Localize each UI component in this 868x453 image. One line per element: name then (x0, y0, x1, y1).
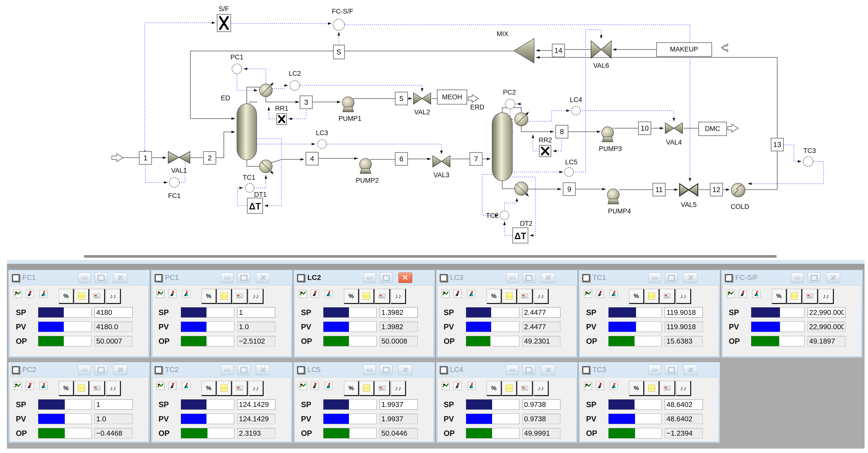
multiplier-RR2-block[interactable] (539, 145, 551, 157)
maximize-button[interactable] (380, 273, 393, 283)
sp-bar[interactable] (181, 307, 234, 318)
tune-chart-button[interactable] (517, 381, 533, 396)
auto-mode-icon[interactable] (467, 382, 475, 390)
note-button[interactable] (502, 381, 517, 396)
controller-PC2-icon[interactable] (505, 99, 515, 109)
mixer-MIX-icon[interactable] (514, 38, 534, 63)
alarm-sound-button[interactable]: ♪♪ (676, 289, 691, 304)
sp-value-input[interactable] (522, 399, 560, 410)
sp-bar[interactable] (38, 399, 92, 410)
tune-chart-button[interactable] (232, 381, 248, 396)
close-button[interactable]: ✕ (256, 273, 270, 283)
percent-range-button[interactable]: % (202, 381, 217, 396)
controller-TC1-icon[interactable] (245, 183, 254, 192)
deltaT-DT1-block[interactable]: ΔT (247, 198, 262, 214)
sp-value-input[interactable] (665, 307, 703, 318)
condenser-ED-icon[interactable] (259, 83, 274, 97)
manual-mode-icon[interactable] (168, 382, 176, 390)
maximize-button[interactable] (665, 365, 678, 375)
splitter-bar[interactable] (84, 255, 776, 258)
tune-chart-button[interactable] (803, 289, 818, 304)
deltaT-DT2-block[interactable]: ΔT (513, 228, 528, 243)
sp-value-input[interactable] (665, 399, 703, 410)
faceplate-titlebar[interactable]: PC1 ✕ (151, 270, 292, 285)
minimize-button[interactable] (363, 365, 376, 375)
valve-VAL1-icon[interactable] (168, 151, 190, 163)
faceplate-titlebar[interactable]: LC4 ✕ (436, 362, 578, 377)
maximize-button[interactable] (523, 273, 535, 283)
reboiler-ERD-icon[interactable] (515, 182, 529, 196)
manual-mode-icon[interactable] (311, 382, 319, 390)
auto-mode-icon[interactable] (182, 382, 190, 390)
column-ED[interactable] (237, 104, 257, 160)
stream-box-6[interactable]: 6 (395, 152, 407, 165)
note-button[interactable] (645, 381, 659, 396)
close-button[interactable]: ✕ (541, 365, 555, 375)
percent-range-button[interactable]: % (629, 289, 644, 304)
alarm-sound-button[interactable]: ♪♪ (106, 289, 121, 304)
reboiler-ED-icon[interactable] (259, 160, 274, 174)
multiplier-RR1-block[interactable] (277, 114, 287, 124)
faceplate-titlebar[interactable]: TC3 ✕ (579, 362, 720, 377)
auto-mode-icon[interactable] (752, 290, 761, 298)
percent-range-button[interactable]: % (487, 381, 502, 396)
close-button[interactable]: ✕ (113, 273, 127, 283)
maximize-button[interactable] (665, 273, 678, 283)
faceplate-titlebar[interactable]: TC1 ✕ (579, 270, 720, 285)
trend-plot-icon[interactable] (299, 382, 307, 390)
manual-mode-icon[interactable] (596, 290, 604, 298)
manual-mode-icon[interactable] (311, 290, 319, 298)
manual-mode-icon[interactable] (454, 382, 461, 390)
manual-mode-icon[interactable] (168, 290, 176, 298)
sp-bar[interactable] (608, 307, 662, 318)
stream-box-1[interactable]: 1 (139, 151, 152, 164)
alarm-sound-button[interactable]: ♪♪ (676, 381, 691, 396)
sp-bar[interactable] (323, 399, 377, 410)
sp-value-input[interactable] (237, 399, 275, 410)
auto-mode-icon[interactable] (325, 290, 333, 298)
minimize-button[interactable] (221, 273, 234, 283)
trend-plot-icon[interactable] (157, 382, 164, 390)
column-ERD[interactable] (492, 113, 513, 181)
close-button[interactable]: ✕ (113, 365, 127, 375)
stream-box-2[interactable]: 2 (204, 151, 216, 164)
note-button[interactable] (359, 381, 374, 396)
tune-chart-button[interactable] (232, 289, 248, 304)
percent-range-button[interactable]: % (629, 381, 644, 396)
pump-PUMP3-icon[interactable] (602, 127, 614, 142)
product-box-DMC[interactable]: DMC (699, 122, 738, 136)
percent-range-button[interactable]: % (487, 289, 502, 304)
note-button[interactable] (74, 289, 89, 304)
sp-value-input[interactable] (380, 399, 418, 410)
alarm-sound-button[interactable]: ♪♪ (249, 381, 264, 396)
controller-FC1-icon[interactable] (169, 177, 179, 188)
stream-box-13[interactable]: 13 (771, 138, 783, 151)
minimize-button[interactable] (791, 273, 804, 283)
sp-value-input[interactable] (807, 307, 845, 318)
maximize-button[interactable] (95, 365, 107, 375)
manual-mode-icon[interactable] (454, 290, 461, 298)
note-button[interactable] (502, 289, 517, 304)
feed-box-MAKEUP[interactable]: MAKEUP (657, 43, 728, 56)
tune-chart-button[interactable] (375, 289, 390, 304)
close-button[interactable]: ✕ (684, 273, 698, 283)
trend-plot-icon[interactable] (157, 290, 164, 298)
condenser-ERD-icon[interactable] (515, 112, 529, 126)
maximize-button[interactable] (238, 273, 250, 283)
sp-bar[interactable] (751, 307, 804, 318)
trend-plot-icon[interactable] (442, 290, 450, 298)
stream-box-8[interactable]: 8 (556, 125, 568, 138)
stream-box-4[interactable]: 4 (306, 152, 318, 165)
auto-mode-icon[interactable] (610, 290, 618, 298)
stream-box-11[interactable]: 11 (653, 183, 665, 196)
maximize-button[interactable] (523, 365, 535, 375)
percent-range-button[interactable]: % (59, 289, 74, 304)
sp-value-input[interactable] (94, 307, 132, 318)
auto-mode-icon[interactable] (325, 382, 333, 390)
stream-box-10[interactable]: 10 (639, 122, 651, 135)
minimize-button[interactable] (78, 273, 91, 283)
stream-box-5[interactable]: 5 (395, 92, 407, 105)
sp-value-input[interactable] (380, 307, 418, 318)
percent-range-button[interactable]: % (772, 289, 787, 304)
auto-mode-icon[interactable] (467, 290, 475, 298)
